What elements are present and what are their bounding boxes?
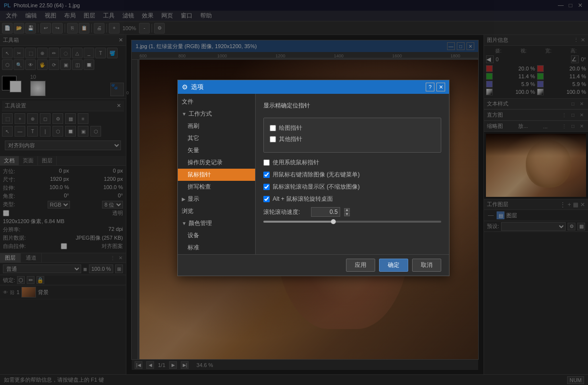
tree-arrow-workflow: ▼ (182, 111, 187, 117)
modal-overlay: ⚙ 选项 ? ✕ 文件 ▼ 工作方式 画刷 其它 (0, 0, 588, 385)
tree-standard-label: 标准 (188, 244, 199, 252)
tree-colormanage-label: 颜色管理 (189, 219, 212, 228)
modal-close-btn[interactable]: ✕ (436, 83, 445, 91)
modal-icon: ⚙ (182, 83, 188, 91)
speed-slider[interactable] (263, 221, 441, 223)
speed-down[interactable]: ▼ (344, 212, 350, 216)
modal-title-bar: ⚙ 选项 ? ✕ (178, 80, 449, 94)
checkbox-other[interactable] (270, 136, 276, 142)
checkbox-rightclick-label: 用鼠标右键清除图像 (无右键菜单) (273, 171, 360, 179)
speed-slider-thumb[interactable] (331, 219, 336, 224)
tree-arrow-display: ▶ (182, 196, 186, 202)
modal-tree-file[interactable]: 文件 (178, 96, 255, 108)
checkbox-rightclick[interactable] (263, 172, 270, 178)
modal-title: 选项 (191, 83, 426, 91)
modal-section-title: 显示精确定位指针 (263, 102, 441, 112)
checkbox-drawing-label: 绘图指针 (279, 124, 302, 132)
tree-cursor-label: 鼠标指针 (188, 171, 211, 179)
tree-brush-label: 画刷 (188, 122, 199, 130)
checkbox-other-label: 其他指针 (279, 135, 302, 143)
modal-controls: ? ✕ (426, 83, 445, 91)
modal-tree-workflow[interactable]: ▼ 工作方式 (178, 108, 255, 120)
tree-vector-label: 矢量 (188, 146, 199, 155)
modal-checkbox-other: 其他指针 (270, 135, 435, 143)
tree-spellcheck-label: 拼写检查 (188, 183, 211, 191)
tree-browse-label: 浏览 (182, 207, 193, 215)
modal-tree-vector[interactable]: 矢量 (178, 144, 255, 157)
modal-tree-cursor[interactable]: 鼠标指针 (178, 169, 255, 181)
tree-arrow-colormanage: ▼ (182, 221, 187, 226)
modal-body: 文件 ▼ 工作方式 画刷 其它 矢量 操作历史记录 (178, 94, 449, 254)
tree-workflow-label: 工作方式 (189, 110, 212, 118)
modal-row-system: 使用系统鼠标指针 (263, 158, 441, 167)
modal-content: 显示精确定位指针 绘图指针 其他指针 使用系统鼠标指针 (256, 94, 449, 254)
speed-spinner: ▲ ▼ (344, 208, 350, 216)
modal-tree-spellcheck[interactable]: 拼写检查 (178, 181, 255, 193)
speed-input[interactable] (311, 207, 340, 217)
checkbox-scroll[interactable] (263, 184, 270, 190)
modal-apply-btn[interactable]: 应用 (346, 259, 375, 272)
checkbox-alt[interactable] (263, 196, 270, 202)
modal-row-rightclick: 用鼠标右键清除图像 (无右键菜单) (263, 171, 441, 179)
modal-tree-habits[interactable]: 使用习惯 (178, 254, 255, 254)
options-dialog: ⚙ 选项 ? ✕ 文件 ▼ 工作方式 画刷 其它 (177, 80, 450, 276)
modal-slider-container: 滚轮滚动速度: ▲ ▼ (263, 207, 441, 217)
speed-slider-fill (263, 221, 334, 223)
modal-tree-colormanage[interactable]: ▼ 颜色管理 (178, 217, 255, 229)
speed-label: 滚轮滚动速度: (263, 208, 307, 216)
speed-slider-track-container (263, 221, 441, 223)
modal-row-alt: Alt + 鼠标滚轮旋转桌面 (263, 195, 441, 203)
tree-history-label: 操作历史记录 (188, 158, 223, 167)
modal-tree-standard[interactable]: 标准 (178, 242, 255, 254)
modal-help-btn[interactable]: ? (426, 83, 434, 91)
modal-cancel-btn[interactable]: 取消 (412, 259, 441, 272)
modal-tree-display[interactable]: ▶ 显示 (178, 193, 255, 205)
modal-tree-other[interactable]: 其它 (178, 132, 255, 144)
modal-tree-brush[interactable]: 画刷 (178, 120, 255, 132)
checkbox-system-cursor[interactable] (263, 159, 270, 166)
checkbox-drawing[interactable] (270, 125, 276, 131)
checkbox-alt-label: Alt + 鼠标滚轮旋转桌面 (273, 195, 333, 203)
modal-checkbox-drawing: 绘图指针 (270, 124, 435, 132)
modal-tree-browse[interactable]: 浏览 (178, 205, 255, 217)
tree-display-label: 显示 (188, 195, 199, 203)
modal-footer: 应用 确定 取消 (178, 254, 449, 276)
modal-row-scroll: 鼠标滚轮滚动显示区 (不缩放图像) (263, 183, 441, 191)
modal-ok-btn[interactable]: 确定 (379, 259, 408, 272)
tree-device-label: 设备 (188, 231, 199, 240)
tree-other-label: 其它 (188, 134, 199, 142)
tree-file-label: 文件 (182, 98, 193, 106)
modal-sidebar: 文件 ▼ 工作方式 画刷 其它 矢量 操作历史记录 (178, 94, 256, 254)
checkbox-system-label: 使用系统鼠标指针 (273, 158, 319, 167)
modal-tree-device[interactable]: 设备 (178, 229, 255, 242)
checkbox-scroll-label: 鼠标滚轮滚动显示区 (不缩放图像) (273, 183, 360, 191)
modal-cursor-group: 绘图指针 其他指针 (263, 118, 441, 153)
speed-up[interactable]: ▲ (344, 208, 350, 212)
modal-tree-history[interactable]: 操作历史记录 (178, 157, 255, 169)
